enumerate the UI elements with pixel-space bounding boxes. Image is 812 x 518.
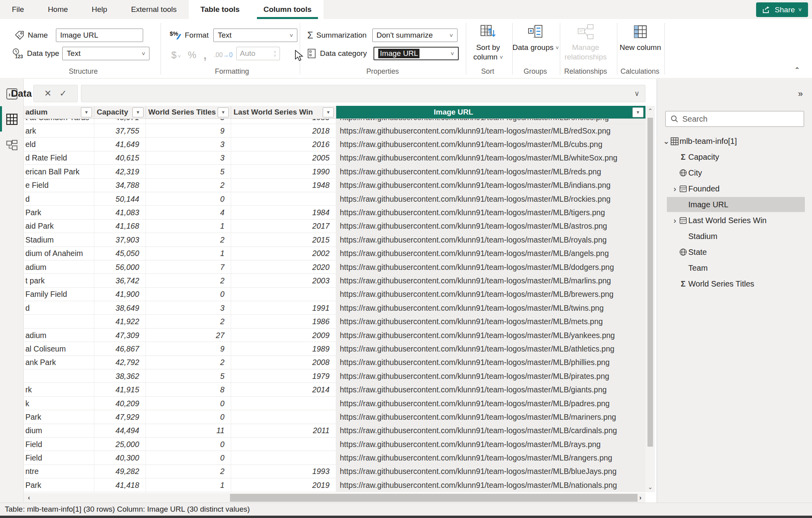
share-button[interactable]: Share ˅ bbox=[756, 2, 808, 17]
cell-stadium[interactable] bbox=[24, 315, 94, 328]
cell-last-win[interactable]: 2003 bbox=[231, 274, 336, 287]
cell-stadium[interactable]: t at Camden Yards bbox=[24, 119, 94, 124]
table-row[interactable]: d Rate Field 40,615 3 2005 https://raw.g… bbox=[24, 151, 645, 165]
sort-by-column-button[interactable]: Sort by column ˅ bbox=[465, 24, 511, 62]
spinner-arrows-icon[interactable]: ∧∨ bbox=[274, 50, 276, 57]
cell-last-win[interactable]: 2008 bbox=[231, 356, 336, 369]
cell-stadium[interactable]: eld bbox=[24, 138, 94, 151]
formula-bar-input[interactable]: ∨ bbox=[81, 85, 645, 102]
cell-capacity[interactable]: 40,615 bbox=[94, 151, 146, 165]
cell-stadium[interactable]: ark bbox=[24, 124, 94, 138]
field-item-city[interactable]: City bbox=[657, 165, 812, 181]
cell-stadium[interactable]: ank Park bbox=[24, 356, 94, 369]
expand-chevron-icon[interactable]: › bbox=[672, 184, 678, 193]
cell-image-url[interactable]: https://raw.githubusercontent.com/klunn9… bbox=[336, 465, 645, 478]
expand-chevron-icon[interactable]: ⌄ bbox=[663, 136, 669, 146]
format-select[interactable]: Text˅ bbox=[213, 29, 297, 42]
cell-titles[interactable]: 0 bbox=[146, 451, 231, 464]
cell-titles[interactable]: 2 bbox=[146, 465, 231, 478]
cell-capacity[interactable]: 25,000 bbox=[94, 438, 146, 451]
field-item-team[interactable]: Team bbox=[657, 260, 812, 276]
table-row[interactable]: dium 44,494 11 2011 https://raw.githubus… bbox=[24, 424, 645, 438]
cell-last-win[interactable] bbox=[231, 192, 336, 206]
cell-stadium[interactable]: d bbox=[24, 301, 94, 315]
summarization-select[interactable]: Don't summarize˅ bbox=[372, 29, 458, 42]
cell-stadium[interactable]: dium of Anaheim bbox=[24, 247, 94, 260]
cell-stadium[interactable]: adium bbox=[24, 260, 94, 274]
table-row[interactable]: Stadium 37,903 2 2015 https://raw.github… bbox=[24, 233, 645, 247]
table-row[interactable]: rk 41,915 8 2014 https://raw.githubuserc… bbox=[24, 383, 645, 396]
cell-stadium[interactable]: d Rate Field bbox=[24, 151, 94, 165]
table-row[interactable]: Family Field 41,900 0 https://raw.github… bbox=[24, 288, 645, 301]
cell-capacity[interactable]: 37,755 bbox=[94, 124, 146, 138]
cell-titles[interactable]: 0 bbox=[146, 438, 231, 451]
field-item-mlb-team-info-1-[interactable]: ⌄ mlb-team-info[1] bbox=[657, 133, 812, 149]
cell-capacity[interactable]: 41,168 bbox=[94, 220, 146, 233]
cell-last-win[interactable]: 2011 bbox=[231, 424, 336, 438]
cell-last-win[interactable] bbox=[231, 397, 336, 410]
table-row[interactable]: ank Park 42,792 2 2008 https://raw.githu… bbox=[24, 356, 645, 369]
field-search-input[interactable]: Search bbox=[665, 111, 804, 127]
table-row[interactable]: erican Ball Park 42,319 5 1990 https://r… bbox=[24, 165, 645, 178]
expand-chevron-icon[interactable]: › bbox=[672, 216, 678, 225]
cell-titles[interactable]: 5 bbox=[146, 165, 231, 178]
cell-last-win[interactable]: 1989 bbox=[231, 342, 336, 356]
collapse-pane-icon[interactable]: » bbox=[798, 89, 802, 99]
cell-capacity[interactable]: 42,319 bbox=[94, 165, 146, 178]
horizontal-scrollbar[interactable]: ‹ › bbox=[24, 493, 645, 503]
table-row[interactable]: ntre 49,282 2 1993 https://raw.githubuse… bbox=[24, 465, 645, 478]
table-row[interactable]: 41,922 2 1986 https://raw.githubusercont… bbox=[24, 315, 645, 328]
cell-image-url[interactable]: https://raw.githubusercontent.com/klunn9… bbox=[336, 119, 645, 124]
cell-last-win[interactable]: 2014 bbox=[231, 383, 336, 396]
cell-capacity[interactable]: 38,649 bbox=[94, 301, 146, 315]
field-item-last-world-series-win[interactable]: › Last World Series Win bbox=[657, 212, 812, 228]
cell-last-win[interactable]: 2017 bbox=[231, 220, 336, 233]
cell-image-url[interactable]: https://raw.githubusercontent.com/klunn9… bbox=[336, 342, 645, 356]
cell-titles[interactable]: 1 bbox=[146, 247, 231, 260]
cell-titles[interactable]: 11 bbox=[146, 424, 231, 438]
cell-stadium[interactable]: rk bbox=[24, 383, 94, 396]
cell-titles[interactable]: 9 bbox=[146, 342, 231, 356]
cell-stadium[interactable]: e Field bbox=[24, 179, 94, 192]
horizontal-scrollbar-thumb[interactable] bbox=[230, 494, 638, 502]
cell-stadium[interactable]: d bbox=[24, 192, 94, 206]
cell-image-url[interactable]: https://raw.githubusercontent.com/klunn9… bbox=[336, 397, 645, 410]
cell-stadium[interactable]: erican Ball Park bbox=[24, 165, 94, 178]
filter-dropdown-icon[interactable]: ▼ bbox=[218, 107, 229, 117]
cell-last-win[interactable]: 2016 bbox=[231, 138, 336, 151]
cell-last-win[interactable]: 2018 bbox=[231, 124, 336, 138]
table-row[interactable]: adium 56,000 7 2020 https://raw.githubus… bbox=[24, 260, 645, 274]
cell-image-url[interactable]: https://raw.githubusercontent.com/klunn9… bbox=[336, 451, 645, 464]
cell-image-url[interactable]: https://raw.githubusercontent.com/klunn9… bbox=[336, 424, 645, 438]
cell-capacity[interactable]: 44,494 bbox=[94, 424, 146, 438]
cell-titles[interactable]: 4 bbox=[146, 206, 231, 219]
cell-image-url[interactable]: https://raw.githubusercontent.com/klunn9… bbox=[336, 151, 645, 165]
table-row[interactable]: Field 40,300 0 https://raw.githubusercon… bbox=[24, 451, 645, 464]
cell-stadium[interactable]: Park bbox=[24, 206, 94, 219]
cell-last-win[interactable]: 2020 bbox=[231, 260, 336, 274]
cell-stadium[interactable]: aid Park bbox=[24, 220, 94, 233]
cell-capacity[interactable]: 41,900 bbox=[94, 288, 146, 301]
cell-last-win[interactable] bbox=[231, 288, 336, 301]
cell-last-win[interactable]: 2005 bbox=[231, 151, 336, 165]
column-header-image-url-selected[interactable]: Image URL▼ bbox=[336, 106, 645, 119]
commit-icon[interactable]: ✓ bbox=[59, 88, 67, 99]
cell-image-url[interactable]: https://raw.githubusercontent.com/klunn9… bbox=[336, 301, 645, 315]
cell-image-url[interactable]: https://raw.githubusercontent.com/klunn9… bbox=[336, 383, 645, 396]
cell-stadium[interactable] bbox=[24, 369, 94, 383]
cell-image-url[interactable]: https://raw.githubusercontent.com/klunn9… bbox=[336, 179, 645, 192]
cell-last-win[interactable]: 2019 bbox=[231, 478, 336, 492]
cancel-icon[interactable]: ✕ bbox=[44, 88, 52, 99]
cell-capacity[interactable]: 47,309 bbox=[94, 329, 146, 342]
cell-titles[interactable]: 5 bbox=[146, 369, 231, 383]
cell-last-win[interactable] bbox=[231, 438, 336, 451]
currency-icon[interactable]: $ ˅ bbox=[171, 50, 181, 61]
cell-capacity[interactable]: 41,915 bbox=[94, 383, 146, 396]
cell-last-win[interactable]: 1986 bbox=[231, 315, 336, 328]
column-name-input[interactable]: Image URL bbox=[56, 29, 143, 42]
vertical-scrollbar[interactable]: ⌃ ⌄ bbox=[645, 106, 655, 492]
menu-help[interactable]: Help bbox=[80, 0, 119, 19]
cell-titles[interactable]: 2 bbox=[146, 315, 231, 328]
cell-titles[interactable]: 8 bbox=[146, 383, 231, 396]
cell-stadium[interactable]: ntre bbox=[24, 465, 94, 478]
